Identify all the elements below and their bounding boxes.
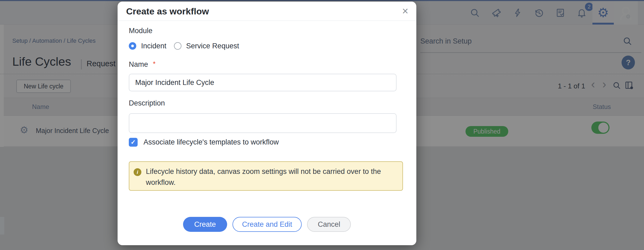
name-label-text: Name (129, 60, 148, 68)
name-label: Name* (129, 60, 156, 69)
associate-templates-row: ✓ Associate lifecycle's templates to wor… (129, 138, 279, 147)
info-text: Lifecycle history data, canvas zoom sett… (146, 166, 400, 188)
create-as-workflow-modal: Create as workflow × Module Incident Ser… (118, 2, 416, 245)
close-icon[interactable]: × (402, 4, 408, 18)
name-input[interactable] (129, 74, 397, 91)
associate-templates-label[interactable]: Associate lifecycle's templates to workf… (143, 138, 279, 146)
description-input[interactable] (129, 113, 397, 133)
module-label: Module (129, 27, 153, 35)
modal-title: Create as workflow (126, 2, 209, 21)
create-and-edit-button[interactable]: Create and Edit (232, 217, 302, 232)
radio-service-request-label[interactable]: Service Request (186, 42, 239, 50)
cancel-button[interactable]: Cancel (307, 217, 351, 232)
module-radio-group: Incident Service Request (129, 42, 239, 50)
modal-header: Create as workflow × (118, 2, 416, 21)
radio-service-request[interactable] (174, 42, 181, 50)
radio-incident[interactable] (129, 42, 136, 50)
radio-incident-label[interactable]: Incident (141, 42, 166, 50)
required-asterisk: * (153, 60, 156, 68)
description-label: Description (129, 99, 165, 107)
info-icon: i (134, 168, 141, 176)
info-banner: i Lifecycle history data, canvas zoom se… (129, 161, 403, 191)
create-button[interactable]: Create (183, 217, 227, 232)
associate-templates-checkbox[interactable]: ✓ (129, 138, 138, 147)
modal-actions: Create Create and Edit Cancel (118, 217, 416, 232)
